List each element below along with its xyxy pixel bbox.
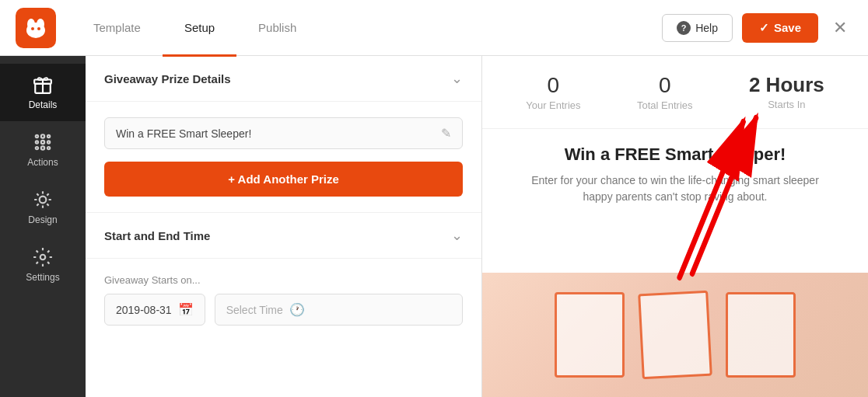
svg-point-10	[41, 146, 44, 149]
date-field[interactable]: 2019-08-31 📅	[104, 294, 205, 326]
stat-your-entries: 0 Your Entries	[526, 73, 580, 111]
tab-template[interactable]: Template	[72, 1, 163, 57]
date-time-row: 2019-08-31 📅 Select Time 🕐	[104, 294, 463, 326]
date-value: 2019-08-31	[116, 304, 172, 316]
preview-description: Enter for your chance to win the life-ch…	[527, 172, 823, 205]
sidebar: Details Actions Design	[0, 56, 86, 397]
help-icon: ?	[677, 21, 691, 35]
sidebar-item-details-label: Details	[29, 99, 58, 110]
preview-title: Win a FREE Smart Sleeper!	[506, 145, 845, 165]
right-panel: 0 Your Entries 0 Total Entries 2 Hours S…	[482, 56, 868, 397]
edit-prize-icon[interactable]: ✎	[441, 126, 451, 141]
add-prize-label: + Add Another Prize	[228, 172, 339, 186]
preview-image-box-3	[726, 292, 796, 378]
close-icon: ✕	[833, 18, 847, 38]
svg-point-8	[41, 134, 44, 138]
preview-content: Win a FREE Smart Sleeper! Enter for your…	[482, 129, 868, 221]
preview-stats: 0 Your Entries 0 Total Entries 2 Hours S…	[482, 56, 868, 129]
svg-point-18	[40, 255, 46, 260]
time-placeholder: Select Time	[226, 304, 283, 316]
stat-total-entries: 0 Total Entries	[637, 73, 693, 111]
preview-image-area	[482, 273, 868, 397]
help-button[interactable]: ? Help	[662, 14, 733, 42]
gift-icon	[33, 75, 53, 95]
starts-in-label: Starts In	[749, 99, 824, 110]
svg-point-14	[47, 135, 50, 138]
prize-input-value: Win a FREE Smart Sleeper!	[116, 127, 433, 140]
preview-card: 0 Your Entries 0 Total Entries 2 Hours S…	[482, 56, 868, 397]
svg-point-13	[36, 147, 38, 149]
app-logo	[16, 8, 56, 48]
start-end-time-content: Giveaway Starts on... 2019-08-31 📅 Selec…	[86, 259, 481, 341]
start-end-time-chevron-icon: ⌄	[451, 227, 463, 244]
add-prize-button[interactable]: + Add Another Prize	[104, 162, 463, 197]
your-entries-label: Your Entries	[526, 99, 580, 111]
sidebar-item-actions-label: Actions	[27, 157, 58, 168]
sidebar-item-settings[interactable]: Settings	[0, 236, 86, 294]
close-button[interactable]: ✕	[828, 16, 852, 40]
start-end-time-section-header[interactable]: Start and End Time ⌄	[86, 213, 481, 259]
left-panel: Giveaway Prize Details ⌄ Win a FREE Smar…	[86, 56, 482, 397]
save-checkmark-icon: ✓	[759, 21, 769, 35]
header: Template Setup Publish ? Help ✓ Save ✕	[0, 0, 868, 56]
actions-icon	[33, 132, 53, 152]
tab-setup[interactable]: Setup	[163, 1, 236, 57]
svg-point-9	[41, 141, 44, 144]
sidebar-item-actions[interactable]: Actions	[0, 121, 86, 179]
calendar-icon: 📅	[178, 302, 194, 317]
prize-details-chevron-icon: ⌄	[451, 70, 463, 87]
prize-details-content: Win a FREE Smart Sleeper! ✎ + Add Anothe…	[86, 102, 481, 212]
settings-icon	[33, 247, 53, 267]
preview-image-box-1	[555, 292, 625, 378]
sidebar-item-design-label: Design	[28, 214, 57, 225]
sidebar-item-settings-label: Settings	[26, 272, 59, 283]
save-label: Save	[774, 21, 801, 34]
prize-details-title: Giveaway Prize Details	[104, 72, 231, 85]
svg-point-12	[36, 141, 38, 143]
starts-in-number: 2 Hours	[749, 73, 824, 97]
save-button[interactable]: ✓ Save	[742, 13, 818, 43]
design-icon	[33, 190, 53, 210]
preview-image-box-2	[638, 291, 712, 380]
svg-point-3	[31, 27, 34, 30]
total-entries-label: Total Entries	[637, 99, 693, 111]
svg-point-11	[36, 135, 38, 138]
tab-publish[interactable]: Publish	[236, 1, 318, 57]
help-label: Help	[695, 22, 718, 34]
svg-point-15	[47, 141, 50, 143]
prize-details-section-header[interactable]: Giveaway Prize Details ⌄	[86, 56, 481, 102]
nav-tabs: Template Setup Publish	[72, 0, 318, 56]
svg-point-4	[37, 27, 40, 30]
giveaway-starts-label: Giveaway Starts on...	[104, 274, 463, 286]
stat-starts-in: 2 Hours Starts In	[749, 73, 824, 111]
total-entries-number: 0	[637, 73, 693, 98]
clock-icon: 🕐	[289, 302, 305, 317]
header-actions: ? Help ✓ Save ✕	[662, 13, 852, 43]
time-field[interactable]: Select Time 🕐	[215, 294, 463, 326]
main-layout: Details Actions Design	[0, 56, 868, 397]
sidebar-item-details[interactable]: Details	[0, 64, 86, 121]
sidebar-item-design[interactable]: Design	[0, 179, 86, 236]
your-entries-number: 0	[526, 73, 580, 98]
svg-point-16	[47, 147, 50, 149]
start-end-time-title: Start and End Time	[104, 229, 210, 242]
svg-point-17	[40, 197, 47, 204]
prize-input-row: Win a FREE Smart Sleeper! ✎	[104, 117, 463, 149]
